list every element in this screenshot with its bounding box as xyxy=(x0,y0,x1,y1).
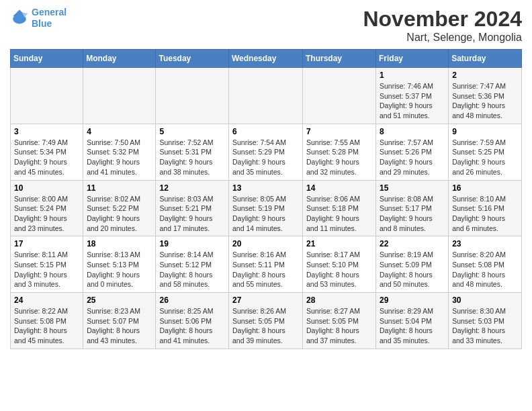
day-info: Sunrise: 8:08 AM Sunset: 5:17 PM Dayligh… xyxy=(380,194,445,234)
day-info: Sunrise: 8:06 AM Sunset: 5:18 PM Dayligh… xyxy=(306,194,372,234)
day-info: Sunrise: 7:46 AM Sunset: 5:37 PM Dayligh… xyxy=(380,81,445,121)
day-number: 7 xyxy=(306,127,372,136)
logo-line2: Blue xyxy=(32,18,52,29)
day-info: Sunrise: 8:22 AM Sunset: 5:08 PM Dayligh… xyxy=(14,306,79,346)
day-number: 10 xyxy=(14,183,79,193)
day-number: 24 xyxy=(14,295,79,305)
calendar-cell: 30Sunrise: 8:30 AM Sunset: 5:03 PM Dayli… xyxy=(449,293,522,349)
calendar-cell: 11Sunrise: 8:02 AM Sunset: 5:22 PM Dayli… xyxy=(83,180,156,236)
calendar-cell: 9Sunrise: 7:59 AM Sunset: 5:25 PM Daylig… xyxy=(449,124,522,180)
calendar-week-2: 3Sunrise: 7:49 AM Sunset: 5:34 PM Daylig… xyxy=(11,124,522,180)
calendar-week-1: 1Sunrise: 7:46 AM Sunset: 5:37 PM Daylig… xyxy=(11,68,522,124)
day-info: Sunrise: 8:25 AM Sunset: 5:06 PM Dayligh… xyxy=(159,306,225,346)
col-header-thursday: Thursday xyxy=(303,50,376,68)
calendar-cell: 19Sunrise: 8:14 AM Sunset: 5:12 PM Dayli… xyxy=(156,236,229,293)
day-number: 22 xyxy=(380,239,445,248)
day-number: 23 xyxy=(452,239,518,248)
day-info: Sunrise: 7:55 AM Sunset: 5:28 PM Dayligh… xyxy=(306,138,372,177)
day-number: 18 xyxy=(87,239,152,248)
col-header-wednesday: Wednesday xyxy=(229,50,303,68)
calendar-cell: 28Sunrise: 8:27 AM Sunset: 5:05 PM Dayli… xyxy=(303,293,376,349)
day-info: Sunrise: 7:49 AM Sunset: 5:34 PM Dayligh… xyxy=(14,138,79,177)
day-number: 19 xyxy=(159,239,225,248)
day-info: Sunrise: 8:05 AM Sunset: 5:19 PM Dayligh… xyxy=(232,194,299,234)
page-container: General Blue November 2024 Nart, Selenge… xyxy=(0,0,532,356)
day-info: Sunrise: 7:50 AM Sunset: 5:32 PM Dayligh… xyxy=(87,138,152,177)
day-number: 16 xyxy=(452,183,518,193)
day-number: 11 xyxy=(87,183,152,193)
calendar-cell xyxy=(229,68,303,124)
day-number: 29 xyxy=(380,295,445,305)
col-header-saturday: Saturday xyxy=(449,50,522,68)
header-row: SundayMondayTuesdayWednesdayThursdayFrid… xyxy=(11,50,522,68)
calendar-cell: 4Sunrise: 7:50 AM Sunset: 5:32 PM Daylig… xyxy=(83,124,156,180)
calendar-cell: 27Sunrise: 8:26 AM Sunset: 5:05 PM Dayli… xyxy=(229,293,303,349)
calendar-cell: 10Sunrise: 8:00 AM Sunset: 5:24 PM Dayli… xyxy=(11,180,83,236)
day-number: 15 xyxy=(380,183,445,193)
day-number: 1 xyxy=(380,71,445,80)
calendar-cell xyxy=(156,68,229,124)
day-number: 14 xyxy=(306,183,372,193)
calendar-cell: 16Sunrise: 8:10 AM Sunset: 5:16 PM Dayli… xyxy=(449,180,522,236)
calendar-week-5: 24Sunrise: 8:22 AM Sunset: 5:08 PM Dayli… xyxy=(11,293,522,349)
calendar-cell xyxy=(83,68,156,124)
logo-line1: General xyxy=(32,7,66,17)
header: General Blue November 2024 Nart, Selenge… xyxy=(10,7,522,44)
day-info: Sunrise: 8:20 AM Sunset: 5:08 PM Dayligh… xyxy=(452,250,518,289)
calendar-cell: 12Sunrise: 8:03 AM Sunset: 5:21 PM Dayli… xyxy=(156,180,229,236)
day-number: 26 xyxy=(159,295,225,305)
calendar-week-3: 10Sunrise: 8:00 AM Sunset: 5:24 PM Dayli… xyxy=(11,180,522,236)
logo-text: General Blue xyxy=(32,7,66,30)
calendar-cell: 5Sunrise: 7:52 AM Sunset: 5:31 PM Daylig… xyxy=(156,124,229,180)
day-number: 28 xyxy=(306,295,372,305)
month-year: November 2024 xyxy=(363,7,522,32)
day-number: 4 xyxy=(87,127,152,136)
calendar-cell: 1Sunrise: 7:46 AM Sunset: 5:37 PM Daylig… xyxy=(376,68,449,124)
logo-icon xyxy=(10,9,29,28)
calendar-cell: 24Sunrise: 8:22 AM Sunset: 5:08 PM Dayli… xyxy=(11,293,83,349)
day-info: Sunrise: 8:23 AM Sunset: 5:07 PM Dayligh… xyxy=(87,306,152,346)
calendar-cell: 7Sunrise: 7:55 AM Sunset: 5:28 PM Daylig… xyxy=(303,124,376,180)
day-number: 25 xyxy=(87,295,152,305)
calendar-body: 1Sunrise: 7:46 AM Sunset: 5:37 PM Daylig… xyxy=(11,68,522,349)
day-info: Sunrise: 7:59 AM Sunset: 5:25 PM Dayligh… xyxy=(452,138,518,177)
day-info: Sunrise: 8:14 AM Sunset: 5:12 PM Dayligh… xyxy=(159,250,225,289)
calendar-cell: 29Sunrise: 8:29 AM Sunset: 5:04 PM Dayli… xyxy=(376,293,449,349)
calendar-cell: 22Sunrise: 8:19 AM Sunset: 5:09 PM Dayli… xyxy=(376,236,449,293)
calendar-cell: 15Sunrise: 8:08 AM Sunset: 5:17 PM Dayli… xyxy=(376,180,449,236)
calendar-week-4: 17Sunrise: 8:11 AM Sunset: 5:15 PM Dayli… xyxy=(11,236,522,293)
day-info: Sunrise: 7:52 AM Sunset: 5:31 PM Dayligh… xyxy=(159,138,225,177)
day-info: Sunrise: 7:47 AM Sunset: 5:36 PM Dayligh… xyxy=(452,81,518,121)
calendar-cell: 8Sunrise: 7:57 AM Sunset: 5:26 PM Daylig… xyxy=(376,124,449,180)
day-info: Sunrise: 8:11 AM Sunset: 5:15 PM Dayligh… xyxy=(14,250,79,289)
day-info: Sunrise: 8:17 AM Sunset: 5:10 PM Dayligh… xyxy=(306,250,372,289)
col-header-tuesday: Tuesday xyxy=(156,50,229,68)
day-number: 3 xyxy=(14,127,79,136)
day-info: Sunrise: 8:13 AM Sunset: 5:13 PM Dayligh… xyxy=(87,250,152,289)
day-number: 8 xyxy=(380,127,445,136)
calendar-header: SundayMondayTuesdayWednesdayThursdayFrid… xyxy=(11,50,522,68)
calendar-cell: 14Sunrise: 8:06 AM Sunset: 5:18 PM Dayli… xyxy=(303,180,376,236)
calendar-cell: 23Sunrise: 8:20 AM Sunset: 5:08 PM Dayli… xyxy=(449,236,522,293)
location: Nart, Selenge, Mongolia xyxy=(363,32,522,44)
day-info: Sunrise: 8:16 AM Sunset: 5:11 PM Dayligh… xyxy=(232,250,299,289)
day-number: 2 xyxy=(452,71,518,80)
day-number: 6 xyxy=(232,127,299,136)
calendar-cell xyxy=(11,68,83,124)
day-number: 20 xyxy=(232,239,299,248)
day-info: Sunrise: 7:54 AM Sunset: 5:29 PM Dayligh… xyxy=(232,138,299,177)
calendar-cell: 6Sunrise: 7:54 AM Sunset: 5:29 PM Daylig… xyxy=(229,124,303,180)
calendar-table: SundayMondayTuesdayWednesdayThursdayFrid… xyxy=(10,49,522,349)
calendar-cell: 21Sunrise: 8:17 AM Sunset: 5:10 PM Dayli… xyxy=(303,236,376,293)
day-info: Sunrise: 8:03 AM Sunset: 5:21 PM Dayligh… xyxy=(159,194,225,234)
col-header-sunday: Sunday xyxy=(11,50,83,68)
day-number: 17 xyxy=(14,239,79,248)
calendar-cell: 25Sunrise: 8:23 AM Sunset: 5:07 PM Dayli… xyxy=(83,293,156,349)
day-number: 12 xyxy=(159,183,225,193)
day-info: Sunrise: 8:02 AM Sunset: 5:22 PM Dayligh… xyxy=(87,194,152,234)
day-info: Sunrise: 8:10 AM Sunset: 5:16 PM Dayligh… xyxy=(452,194,518,234)
day-number: 21 xyxy=(306,239,372,248)
col-header-monday: Monday xyxy=(83,50,156,68)
logo: General Blue xyxy=(10,7,66,30)
calendar-cell: 18Sunrise: 8:13 AM Sunset: 5:13 PM Dayli… xyxy=(83,236,156,293)
